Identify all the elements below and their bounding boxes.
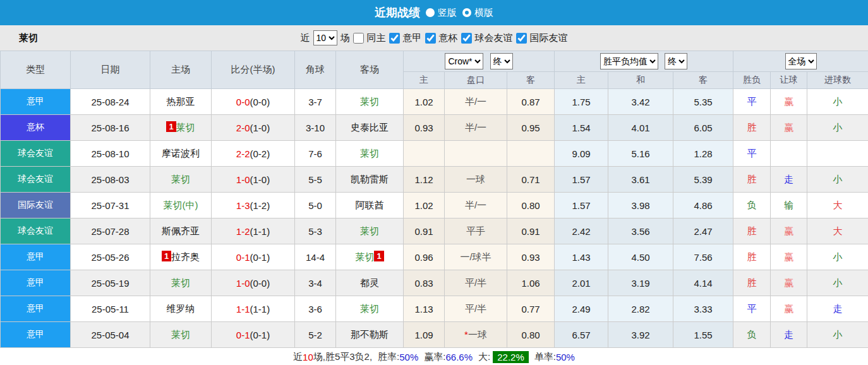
table-row: 球会友谊 25-08-03 莱切 1-0(1-0) 5-5 凯勒雷斯 1.12 …: [1, 167, 868, 193]
corners: 5-5: [295, 167, 336, 193]
handicap-result: 赢: [771, 296, 807, 322]
europe-away-odds: 4.14: [673, 270, 733, 296]
europe-away-odds: 6.05: [673, 115, 733, 141]
europe-time-select[interactable]: 终: [665, 53, 687, 69]
corners: 14-4: [295, 244, 336, 270]
match-date: 25-05-19: [71, 270, 150, 296]
bookmaker-select[interactable]: Crow*: [445, 53, 483, 69]
near-label: 近: [301, 32, 310, 44]
handicap-away-odds: 0.91: [507, 218, 555, 244]
europe-type-select[interactable]: 胜平负均值: [600, 53, 658, 69]
europe-away-odds: 4.86: [673, 193, 733, 218]
handicap-away-odds: 0.87: [507, 89, 555, 115]
league-checkbox[interactable]: [389, 33, 400, 44]
score: 2-2(0-2): [212, 141, 295, 167]
europe-away-odds: 7.56: [673, 244, 733, 270]
table-row: 意甲 25-05-19 莱切 1-0(0-0) 3-4 都灵 0.83 平/半 …: [1, 270, 868, 296]
team-name: 阿联酋: [356, 200, 384, 210]
sub-header-result: 胜负: [733, 72, 771, 89]
team-name: 那不勒斯: [351, 329, 389, 340]
table-row: 意甲 25-05-11 维罗纳 1-1(1-1) 3-6 莱切 1.13 平/半…: [1, 296, 868, 322]
score: 2-0(1-0): [212, 115, 295, 141]
radio-unselected-icon[interactable]: [426, 8, 435, 17]
layout-radio-horizontal[interactable]: 横版: [462, 7, 493, 19]
score: 0-1(0-1): [212, 244, 295, 270]
europe-home-odds: 2.01: [555, 270, 608, 296]
match-type-badge: 意甲: [1, 89, 71, 115]
home-team: 莱切: [150, 270, 212, 296]
match-date: 25-08-24: [71, 89, 150, 115]
summary-bar: 近 10 场,胜5平3负2, 胜率: 50% 赢率: 66.6% 大: 22.2…: [0, 348, 868, 365]
match-result: 负: [733, 322, 771, 348]
europe-draw-odds: 3.19: [608, 270, 673, 296]
europe-draw-odds: 3.61: [608, 167, 673, 193]
handicap-home-odds: 1.13: [404, 296, 445, 322]
handicap-home-odds: 1.02: [404, 193, 445, 218]
team-name: 莱切(中): [164, 200, 198, 210]
league-checkbox[interactable]: [516, 33, 527, 44]
away-team: 莱切: [336, 141, 404, 167]
handicap-line: 平/半: [445, 270, 507, 296]
home-team: 1莱切: [150, 115, 212, 141]
europe-home-odds: 9.09: [555, 141, 608, 167]
team-name: 维罗纳: [167, 303, 195, 314]
radio-horizontal-label: 横版: [474, 7, 493, 19]
europe-away-odds: 3.33: [673, 296, 733, 322]
table-row: 球会友谊 25-07-28 斯佩齐亚 1-2(1-1) 5-3 莱切 0.91 …: [1, 218, 868, 244]
home-team: 莱切: [150, 322, 212, 348]
sub-header-eu-home: 主: [555, 72, 608, 89]
rank-badge: 1: [374, 251, 383, 261]
handicap-result: 赢: [771, 244, 807, 270]
handicap-home-odds: [404, 141, 445, 167]
handicap-result: 赢: [771, 270, 807, 296]
handicap-away-odds: [507, 141, 555, 167]
bookmaker-time-select[interactable]: 终: [490, 53, 513, 69]
halftime-score: (1-1): [250, 226, 270, 237]
match-result: 负: [733, 193, 771, 218]
handicap-home-odds: 0.96: [404, 244, 445, 270]
win-rate-value: 50%: [399, 352, 418, 362]
match-count-select[interactable]: 10: [313, 30, 337, 45]
league-checkbox[interactable]: [461, 33, 472, 44]
page-title: 近期战绩: [375, 5, 420, 20]
score: 0-1(0-1): [212, 322, 295, 348]
league-label: 意杯: [439, 32, 458, 44]
corners: 3-10: [295, 115, 336, 141]
scope-select[interactable]: 全场: [785, 53, 817, 69]
radio-vertical-label: 竖版: [438, 7, 457, 19]
match-type-badge: 国际友谊: [1, 193, 71, 218]
halftime-score: (1-1): [250, 304, 270, 314]
away-team: 那不勒斯: [336, 322, 404, 348]
col-header-corners: 角球: [295, 51, 336, 89]
results-tbody: 意甲 25-08-24 热那亚 0-0(0-0) 3-7 莱切 1.02 半/一…: [1, 89, 868, 348]
team-name: 莱切: [171, 174, 190, 184]
team-name: 莱切: [360, 225, 379, 236]
sub-header-ah-home: 主: [404, 72, 445, 89]
fulltime-score: 1-0: [236, 174, 250, 185]
handicap-away-odds: 0.95: [507, 115, 555, 141]
home-team: 摩诺波利: [150, 141, 212, 167]
goals-result: [807, 141, 868, 167]
corners: 5-2: [295, 322, 336, 348]
goals-result: 小: [807, 115, 868, 141]
layout-radio-vertical[interactable]: 竖版: [426, 7, 457, 19]
europe-draw-odds: 4.01: [608, 115, 673, 141]
away-team: 莱切: [336, 296, 404, 322]
sub-header-eu-away: 客: [673, 72, 733, 89]
goals-result: 小: [807, 244, 868, 270]
radio-selected-icon[interactable]: [462, 8, 471, 17]
table-row: 国际友谊 25-07-31 莱切(中) 1-3(1-2) 5-0 阿联酋 1.0…: [1, 193, 868, 218]
same-home-checkbox[interactable]: [353, 33, 364, 44]
europe-home-odds: 2.49: [555, 296, 608, 322]
table-row: 意杯 25-08-16 1莱切 2-0(1-0) 3-10 史泰比亚 0.93 …: [1, 115, 868, 141]
team-name: 莱切: [171, 277, 190, 288]
handicap-line: 半/一: [445, 193, 507, 218]
europe-away-odds: 1.55: [673, 322, 733, 348]
single-rate-value: 50%: [556, 352, 575, 362]
handicap-result: 走: [771, 167, 807, 193]
match-result: 平: [733, 89, 771, 115]
match-result: 胜: [733, 218, 771, 244]
team-name: 都灵: [360, 277, 379, 288]
league-checkbox[interactable]: [425, 33, 436, 44]
fulltime-score: 2-0: [236, 123, 250, 133]
